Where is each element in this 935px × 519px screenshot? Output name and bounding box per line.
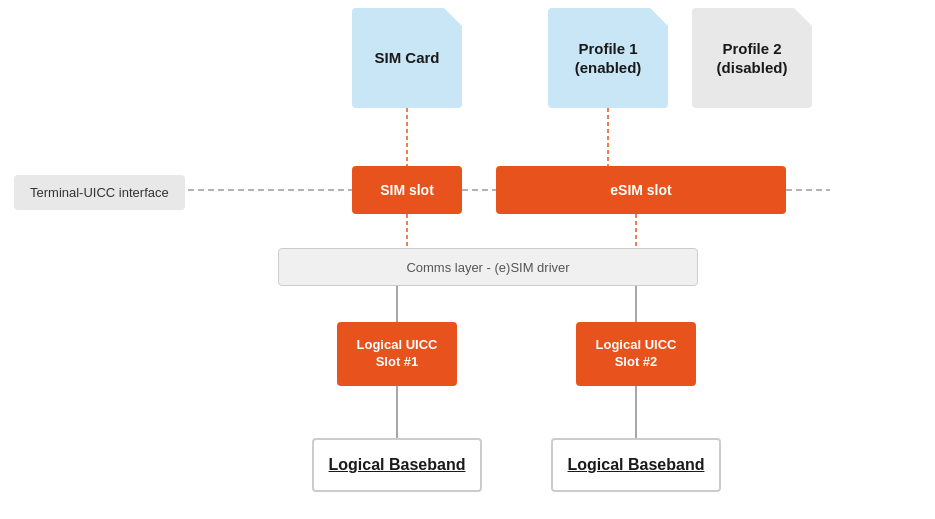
comms-layer-box: Comms layer - (e)SIM driver: [278, 248, 698, 286]
architecture-diagram: SIM Card Profile 1(enabled) Profile 2(di…: [0, 0, 935, 519]
profile1-label: Profile 1(enabled): [575, 39, 642, 78]
logical-uicc-1-label: Logical UICCSlot #1: [357, 337, 438, 371]
baseband-1-box: Logical Baseband: [312, 438, 482, 492]
baseband-2-box: Logical Baseband: [551, 438, 721, 492]
baseband-1-label: Logical Baseband: [329, 456, 466, 474]
profile1-card: Profile 1(enabled): [548, 8, 668, 108]
sim-card: SIM Card: [352, 8, 462, 108]
sim-card-label: SIM Card: [374, 48, 439, 68]
terminal-uicc-label: Terminal-UICC interface: [14, 175, 185, 210]
comms-layer-label: Comms layer - (e)SIM driver: [406, 260, 569, 275]
esim-slot-label: eSIM slot: [610, 182, 671, 198]
logical-uicc-2-box: Logical UICCSlot #2: [576, 322, 696, 386]
logical-uicc-1-box: Logical UICCSlot #1: [337, 322, 457, 386]
esim-slot-box: eSIM slot: [496, 166, 786, 214]
sim-slot-box: SIM slot: [352, 166, 462, 214]
baseband-2-label: Logical Baseband: [568, 456, 705, 474]
logical-uicc-2-label: Logical UICCSlot #2: [596, 337, 677, 371]
sim-slot-label: SIM slot: [380, 182, 434, 198]
profile2-label: Profile 2(disabled): [717, 39, 788, 78]
profile2-card: Profile 2(disabled): [692, 8, 812, 108]
